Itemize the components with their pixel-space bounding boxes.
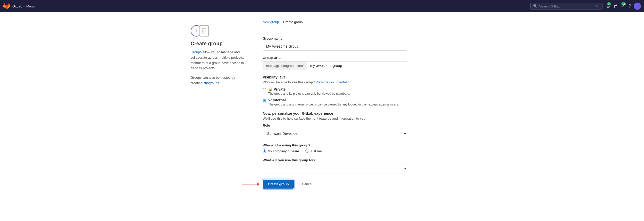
- visibility-internal-label: 🛡 Internal The group and any internal pr…: [268, 98, 399, 106]
- navbar-icons: ⊕ 3 ⇄ ✓ 13 ?: [605, 2, 641, 10]
- visibility-group: Visibility level Who will be able to see…: [263, 75, 407, 106]
- who-justme-text: Just me: [310, 149, 322, 153]
- merge-requests-button[interactable]: ⇄: [613, 2, 618, 10]
- breadcrumb-current: Create group: [283, 20, 303, 24]
- panel-description: Groups allow you to manage and collabora…: [191, 50, 247, 71]
- private-label-text: 🔒 Private: [268, 87, 286, 91]
- page-icon: [199, 25, 209, 37]
- create-button[interactable]: ⊕ 3: [605, 2, 611, 10]
- group-name-label: Group name: [263, 37, 407, 40]
- form-panel: New group › Create group Group name Grou…: [263, 20, 407, 213]
- visibility-internal-item: 🛡 Internal The group and any internal pr…: [263, 98, 407, 106]
- menu-button[interactable]: ≡ Menu: [23, 4, 35, 8]
- group-name-input[interactable]: [263, 42, 407, 51]
- page-wrapper: + Create group Groups allow you to manag…: [0, 12, 644, 221]
- internal-desc: The group and any internal projects can …: [268, 103, 399, 106]
- search-shortcut: ⌘K: [595, 5, 600, 8]
- visibility-private-label: 🔒 Private The group and its projects can…: [268, 87, 350, 95]
- main-content: + Create group Groups allow you to manag…: [180, 12, 464, 221]
- arrow-head: [257, 182, 260, 186]
- visibility-internal-radio[interactable]: [263, 99, 266, 102]
- hamburger-icon: ≡: [23, 4, 25, 8]
- create-group-button[interactable]: Create group: [263, 180, 294, 189]
- panel-icon-group: +: [191, 25, 247, 37]
- panel-description-2: Groups can also be nested by creating su…: [191, 75, 247, 86]
- breadcrumb-parent[interactable]: New group: [263, 20, 279, 24]
- group-name-group: Group name: [263, 37, 407, 51]
- shield-icon: 🛡: [268, 98, 272, 102]
- who-group: Who will be using this group? My company…: [263, 143, 407, 153]
- groups-link[interactable]: Groups: [191, 50, 202, 54]
- who-company-label[interactable]: My company or team: [263, 149, 299, 153]
- visibility-title: Visibility level: [263, 75, 407, 79]
- personalize-title: Now, personalize your GitLab experience: [263, 111, 407, 116]
- who-company-text: My company or team: [268, 149, 299, 153]
- form-actions: Create group Cancel: [263, 180, 407, 189]
- what-select[interactable]: Create GitCI/CD pipelines Store code Oth…: [263, 164, 407, 173]
- who-radio-group: My company or team Just me: [263, 149, 407, 153]
- doc-icon: [202, 28, 206, 33]
- view-documentation-link[interactable]: View the documentation: [316, 80, 352, 84]
- group-url-group: Group URL https://gl.sbdagroup.com/: [263, 56, 407, 70]
- role-label: Role: [263, 123, 407, 127]
- personalize-section: Now, personalize your GitLab experience …: [263, 111, 407, 173]
- cancel-button[interactable]: Cancel: [297, 180, 317, 188]
- breadcrumb: New group › Create group: [263, 20, 407, 24]
- what-label: What will you use this group for?: [263, 158, 407, 162]
- search-icon: 🔍: [533, 4, 538, 8]
- internal-label-text: 🛡 Internal: [268, 98, 286, 102]
- lock-icon: 🔒: [268, 87, 273, 91]
- arrow-indicator: [242, 182, 260, 186]
- todos-badge: 13: [621, 2, 626, 5]
- visibility-private-radio[interactable]: [263, 88, 266, 91]
- who-label: Who will be using this group?: [263, 143, 407, 147]
- search-input[interactable]: [539, 4, 593, 8]
- brand-name: GitLab: [12, 4, 22, 8]
- group-url-input[interactable]: [307, 61, 407, 70]
- visibility-desc: Who will be able to see this group? View…: [263, 80, 407, 84]
- left-panel: + Create group Groups allow you to manag…: [191, 20, 247, 213]
- panel-desc-end: .: [220, 81, 221, 85]
- gitlab-logo-icon: [3, 3, 10, 10]
- navbar: GitLab ≡ Menu 🔍 ⌘K ⊕ 3 ⇄ ✓ 13 ?: [0, 0, 644, 12]
- breadcrumb-separator: ›: [280, 20, 281, 24]
- help-button[interactable]: ?: [628, 3, 632, 10]
- personalize-desc: We'll use this to help surface the right…: [263, 117, 407, 120]
- url-prefix: https://gl.sbdagroup.com/: [263, 61, 307, 70]
- brand-logo[interactable]: GitLab: [3, 3, 22, 10]
- subgroups-link[interactable]: subgroups: [203, 81, 219, 85]
- who-company-radio[interactable]: [263, 149, 266, 153]
- who-justme-label[interactable]: Just me: [305, 149, 322, 153]
- arrow-line: [242, 184, 257, 184]
- panel-title: Create group: [191, 41, 247, 47]
- who-justme-radio[interactable]: [305, 149, 308, 153]
- visibility-private-item: 🔒 Private The group and its projects can…: [263, 87, 407, 95]
- url-group-row: https://gl.sbdagroup.com/: [263, 61, 407, 70]
- todos-button[interactable]: ✓ 13: [620, 2, 626, 10]
- breadcrumb-divider: [263, 30, 407, 30]
- group-url-label: Group URL: [263, 56, 407, 60]
- role-select[interactable]: Software Developer Engineering Manager D…: [263, 129, 407, 138]
- create-badge: 3: [607, 2, 611, 5]
- what-group: What will you use this group for? Create…: [263, 158, 407, 173]
- role-group: Role Software Developer Engineering Mana…: [263, 123, 407, 138]
- search-bar[interactable]: 🔍 ⌘K: [530, 3, 603, 10]
- user-avatar[interactable]: [634, 3, 641, 10]
- visibility-radio-group: 🔒 Private The group and its projects can…: [263, 87, 407, 106]
- private-desc: The group and its projects can only be v…: [268, 92, 350, 95]
- menu-label: Menu: [26, 4, 35, 8]
